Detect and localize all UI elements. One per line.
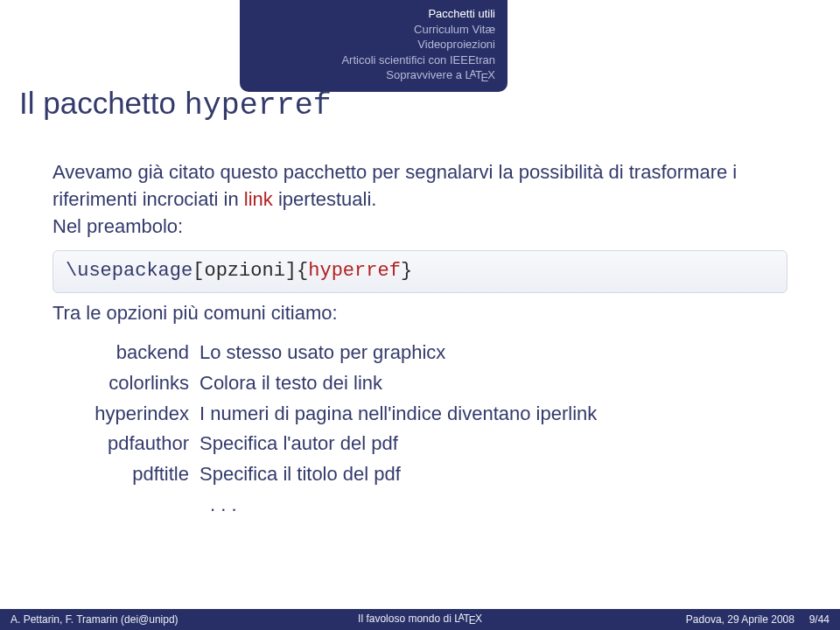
latex-logo: LATEX — [454, 612, 482, 625]
code-text: } — [401, 260, 412, 282]
option-desc: I numeri di pagina nell'indice diventano… — [200, 401, 597, 428]
latex-logo: LATEX — [466, 68, 495, 81]
intro-text: ipertestuali. — [273, 188, 377, 210]
intro-text: Avevamo già citato questo pacchetto per … — [52, 161, 737, 210]
option-desc: Specifica il titolo del pdf — [200, 461, 401, 488]
option-term: hyperindex — [52, 401, 200, 428]
option-desc: Lo stesso usato per graphicx — [200, 340, 445, 367]
code-block: \usepackage[opzioni]{hyperref} — [52, 250, 788, 293]
code-cmd: \usepackage — [66, 260, 192, 282]
options-intro: Tra le opzioni più comuni citiamo: — [52, 300, 796, 327]
options-list: backend Lo stesso usato per graphicx col… — [52, 340, 796, 519]
nav-item: Videoproiezioni — [252, 37, 495, 52]
frame-title: Il pacchetto hyperref — [19, 86, 332, 123]
option-desc: Colora il testo dei link — [200, 370, 382, 397]
intro-line2: Nel preambolo: — [52, 214, 796, 241]
section-nav: Pacchetti utili Curriculum Vitæ Videopro… — [240, 0, 508, 92]
footer-authors: A. Pettarin, F. Tramarin (dei@unipd) — [0, 613, 280, 626]
option-row: pdfauthor Specifica l'autor del pdf — [52, 430, 796, 458]
option-term: backend — [52, 340, 200, 367]
option-row: hyperindex I numeri di pagina nell'indic… — [52, 401, 796, 428]
option-desc: Specifica l'autor del pdf — [200, 430, 398, 458]
ellipsis: . . . — [210, 492, 796, 519]
footer-page: 9/44 — [809, 613, 830, 626]
footer-bar: A. Pettarin, F. Tramarin (dei@unipd) Il … — [0, 609, 840, 630]
nav-text: Sopravvivere a — [386, 68, 465, 81]
title-text: Il pacchetto — [19, 86, 185, 120]
nav-item: Sopravvivere a LATEX — [252, 67, 495, 85]
option-term: colorlinks — [52, 370, 200, 397]
option-row: pdftitle Specifica il titolo del pdf — [52, 461, 796, 488]
option-row: backend Lo stesso usato per graphicx — [52, 340, 796, 367]
slide-content: Avevamo già citato questo pacchetto per … — [52, 159, 796, 519]
option-term: pdftitle — [52, 461, 200, 488]
intro-paragraph: Avevamo già citato questo pacchetto per … — [52, 159, 796, 214]
code-text: [opzioni]{ — [192, 260, 308, 282]
nav-item: Articoli scientifici con IEEEtran — [252, 52, 495, 68]
nav-item: Curriculum Vitæ — [252, 22, 495, 38]
footer-title: Il favoloso mondo di LATEX — [280, 612, 560, 626]
footer-date-page: Padova, 29 Aprile 2008 9/44 — [560, 613, 840, 626]
option-row: colorlinks Colora il testo dei link — [52, 370, 796, 397]
footer-text: Il favoloso mondo di — [358, 612, 454, 625]
option-term: pdfauthor — [52, 430, 200, 458]
nav-item: Pacchetti utili — [252, 6, 495, 22]
code-arg: hyperref — [308, 260, 401, 282]
title-code: hyperref — [185, 88, 332, 123]
footer-date: Padova, 29 Aprile 2008 — [686, 613, 794, 626]
link-word: link — [244, 188, 273, 210]
